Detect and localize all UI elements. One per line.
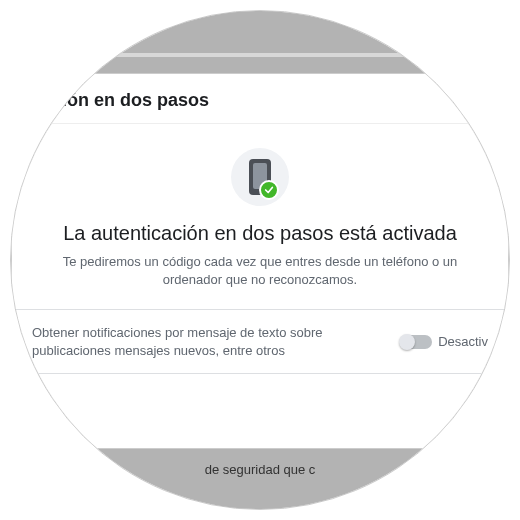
status-description: Te pediremos un código cada vez que entr… [12,253,508,309]
sms-notification-row: Obtener notificaciones por mensaje de te… [12,310,508,373]
footer-text-fragment: de seguridad que c [11,462,509,477]
sms-notification-text: Obtener notificaciones por mensaje de te… [32,324,384,359]
toggle-knob [399,334,415,350]
status-title: La autenticación en dos pasos está activ… [12,218,508,253]
divider [12,373,508,374]
panel-title: cación en dos pasos [12,74,508,124]
check-icon [259,180,279,200]
two-factor-panel: cación en dos pasos La autenticación en … [11,73,509,449]
toggle-state-label: Desactiv [438,334,488,349]
phone-check-icon [231,148,289,206]
sms-notification-toggle[interactable] [400,335,432,349]
status-icon-wrap [12,124,508,218]
